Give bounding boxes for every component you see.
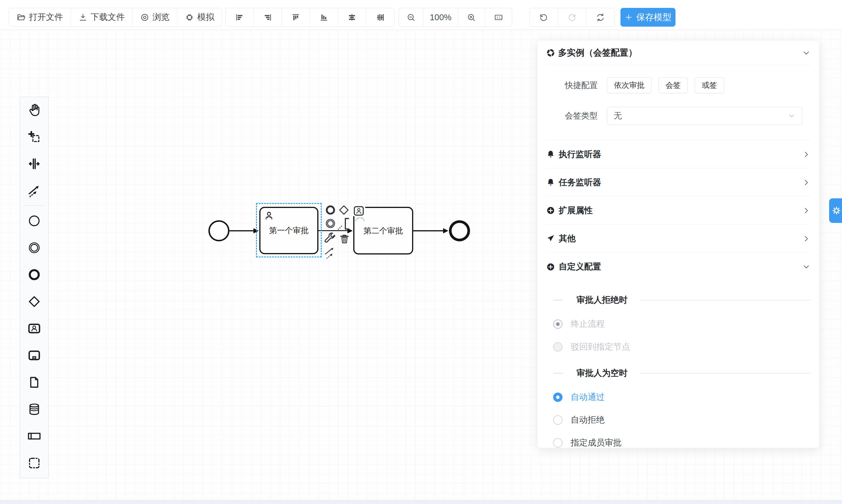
chevron-right-icon: [802, 235, 810, 243]
sequential-approve-button[interactable]: 依次审批: [607, 77, 651, 93]
zoom-actual-size-button[interactable]: 1:1: [485, 8, 512, 26]
hand-tool[interactable]: [28, 103, 41, 117]
undo-button[interactable]: [529, 8, 558, 26]
change-type-wrench-icon[interactable]: [323, 232, 336, 245]
quick-config-label: 快捷配置: [565, 80, 598, 91]
panel-header[interactable]: 多实例（会签配置）: [546, 40, 810, 66]
download-file-button[interactable]: 下载文件: [71, 8, 133, 26]
connect-tool-icon[interactable]: [324, 246, 337, 260]
create-intermediate-event[interactable]: [28, 241, 41, 254]
sequence-flow-3[interactable]: [413, 230, 443, 231]
chevron-right-icon: [802, 206, 810, 215]
user-task-node-1[interactable]: 第一个审批: [259, 207, 318, 254]
create-start-event[interactable]: [28, 214, 41, 228]
user-task-person-icon: [263, 210, 275, 221]
space-tool[interactable]: [28, 157, 41, 170]
radio-label: 终止流程: [571, 318, 604, 330]
create-call-activity[interactable]: [28, 349, 41, 362]
redo-button[interactable]: [558, 8, 586, 26]
zoom-in-button[interactable]: [458, 8, 485, 26]
radio-label: 驳回到指定节点: [571, 341, 630, 353]
section-execution-listener[interactable]: 执行监听器: [546, 140, 810, 168]
radio-auto-pass[interactable]: 自动通过: [546, 390, 810, 404]
plus-circle-icon: [546, 263, 555, 271]
sequence-flow-1-arrowhead: [253, 228, 259, 233]
history-button-group: [529, 8, 615, 26]
align-button-group: [225, 8, 394, 26]
lasso-tool[interactable]: [28, 130, 41, 144]
align-center-vertical-button[interactable]: [366, 8, 394, 26]
folder-open-icon: [17, 13, 26, 22]
or-sign-button[interactable]: 或签: [695, 77, 724, 93]
undo-icon: [539, 13, 548, 22]
create-end-event[interactable]: [28, 268, 41, 282]
sequence-flow-1[interactable]: [229, 230, 253, 231]
radio-button[interactable]: [553, 438, 562, 448]
create-participant[interactable]: [28, 429, 41, 443]
preview-button[interactable]: 浏览: [133, 8, 177, 26]
append-end-event-icon[interactable]: [325, 204, 336, 216]
download-icon: [78, 13, 88, 22]
align-left-button[interactable]: [226, 8, 254, 26]
radio-button-selected-disabled[interactable]: [553, 320, 562, 329]
reset-button[interactable]: [586, 8, 615, 26]
sign-type-value: 无: [614, 110, 622, 121]
properties-panel: 多实例（会签配置） 快捷配置 依次审批 会签 或签 会签类型 无 执行监听器 任…: [537, 40, 820, 448]
create-user-task[interactable]: [28, 322, 41, 335]
section-extended-properties[interactable]: 扩展属性: [546, 197, 810, 224]
align-bottom-button[interactable]: [310, 8, 338, 26]
radio-assign-member[interactable]: 指定成员审批: [546, 436, 810, 448]
section-label: 任务监听器: [559, 177, 601, 188]
section-custom-config[interactable]: 自定义配置: [546, 253, 810, 281]
append-text-annotation-icon[interactable]: [335, 216, 351, 232]
section-label: 其他: [559, 233, 576, 245]
palette: [20, 97, 49, 478]
send-icon: [546, 234, 555, 243]
start-event-node[interactable]: [208, 220, 229, 241]
create-group[interactable]: [28, 456, 41, 470]
zoom-out-button[interactable]: [399, 8, 423, 26]
create-data-object[interactable]: [28, 376, 41, 389]
zoom-button-group: 100% 1:1: [399, 8, 512, 26]
radio-button-disabled[interactable]: [553, 342, 562, 352]
zoom-out-icon: [406, 13, 416, 22]
chevron-down-icon[interactable]: [802, 49, 810, 57]
open-file-button[interactable]: 打开文件: [9, 8, 71, 26]
chevron-right-icon: [802, 150, 810, 159]
end-event-node[interactable]: [449, 220, 470, 241]
global-connect-tool[interactable]: [28, 184, 41, 197]
multi-instance-icon: [546, 48, 555, 57]
section-label: 扩展属性: [559, 205, 593, 216]
delete-trash-icon[interactable]: [339, 233, 350, 245]
radio-label: 自动拒绝: [571, 414, 604, 426]
chevron-down-icon: [802, 263, 810, 271]
simulate-label: 模拟: [197, 12, 214, 23]
save-model-button[interactable]: 保存模型: [620, 8, 676, 26]
horizontal-scrollbar-track[interactable]: [0, 500, 842, 504]
align-left-icon: [235, 13, 244, 22]
create-gateway[interactable]: [28, 295, 41, 308]
save-model-label: 保存模型: [636, 12, 671, 23]
radio-return-to-node[interactable]: 驳回到指定节点: [546, 340, 810, 354]
append-user-task-icon[interactable]: [352, 205, 365, 216]
align-top-icon: [291, 13, 300, 22]
radio-button[interactable]: [553, 415, 562, 425]
sign-type-select[interactable]: 无: [607, 107, 802, 125]
radio-terminate-process[interactable]: 终止流程: [546, 317, 810, 331]
simulate-button[interactable]: 模拟: [177, 8, 222, 26]
create-data-store[interactable]: [28, 402, 41, 416]
append-gateway-icon[interactable]: [337, 204, 351, 216]
bell-icon: [546, 150, 555, 159]
radio-button-selected[interactable]: [553, 393, 562, 402]
align-center-horizontal-button[interactable]: [338, 8, 366, 26]
section-task-listener[interactable]: 任务监听器: [546, 168, 810, 197]
countersign-button[interactable]: 会签: [659, 77, 688, 93]
align-right-button[interactable]: [254, 8, 282, 26]
panel-toggle-tab[interactable]: [829, 198, 842, 223]
append-intermediate-event-icon[interactable]: [325, 218, 336, 229]
radio-auto-reject[interactable]: 自动拒绝: [546, 413, 810, 427]
align-top-button[interactable]: [282, 8, 310, 26]
section-other[interactable]: 其他: [546, 224, 810, 253]
task-label: 第二个审批: [364, 226, 403, 236]
task-label: 第一个审批: [269, 225, 309, 236]
